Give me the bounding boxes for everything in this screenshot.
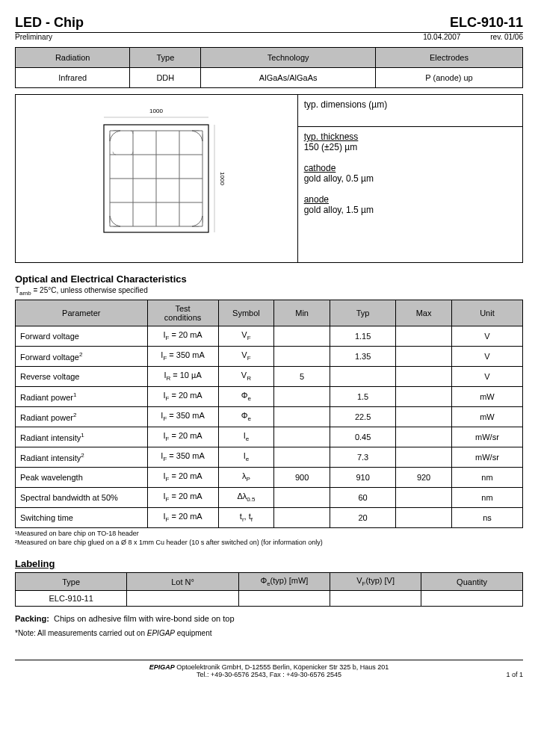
info-header: Technology [201, 48, 376, 68]
min-cell [274, 387, 330, 407]
unit-cell: V [451, 326, 522, 347]
max-cell [396, 427, 452, 447]
doc-title: LED - Chip [15, 15, 84, 31]
measurement-note: *Note: All measurements carried out on E… [15, 629, 523, 637]
min-cell: 900 [274, 468, 330, 488]
doc-rev: rev. 01/06 [490, 33, 523, 41]
cond-cell: IF = 350 mA [147, 447, 218, 468]
labeling-header: Lot N° [127, 573, 238, 591]
param-cell: Spectral bandwidth at 50% [16, 488, 148, 508]
min-cell [274, 508, 330, 528]
labeling-value [127, 591, 238, 607]
table-row: Radiant intensity1IF = 20 mAIe0.45mW/sr [16, 427, 523, 447]
cond-cell: IF = 20 mA [147, 387, 218, 407]
sym-cell: VR [218, 367, 274, 387]
min-cell [274, 447, 330, 468]
info-table: Radiation Type Technology Electrodes Inf… [15, 47, 523, 88]
characteristics-title: Optical and Electrical Characteristics [15, 273, 523, 285]
labeling-header: Quantity [421, 573, 523, 591]
char-header: Typ [330, 300, 395, 326]
characteristics-condition: Tamb = 25°C, unless otherwise specified [15, 286, 523, 297]
char-header: Symbol [218, 300, 274, 326]
min-cell [274, 407, 330, 427]
sym-cell: Φe [218, 387, 274, 407]
labeling-header: VF(typ) [V] [330, 573, 421, 591]
max-cell [396, 347, 452, 367]
thickness-label: typ. thickness [304, 131, 516, 142]
labeling-value [330, 591, 421, 607]
sym-cell: λP [218, 468, 274, 488]
param-cell: Forward voltage [16, 326, 148, 347]
typ-cell [330, 367, 395, 387]
min-cell [274, 488, 330, 508]
param-cell: Radiant intensity1 [16, 427, 148, 447]
min-cell: 5 [274, 367, 330, 387]
unit-cell: V [451, 347, 522, 367]
footnote-2: ²Measured on bare chip glued on a Ø 8 x … [15, 539, 523, 546]
max-cell [396, 387, 452, 407]
sym-cell: VF [218, 326, 274, 347]
sym-cell: Φe [218, 407, 274, 427]
max-cell: 920 [396, 468, 452, 488]
info-value: P (anode) up [376, 68, 523, 88]
info-header: Radiation [16, 48, 130, 68]
cond-cell: IF = 20 mA [147, 468, 218, 488]
min-cell [274, 347, 330, 367]
chip-diagram-svg: 1000 1000 [74, 104, 238, 253]
page-header: LED - Chip ELC-910-11 [15, 15, 523, 33]
unit-cell: mW [451, 407, 522, 427]
info-header: Electrodes [376, 48, 523, 68]
param-cell: Forward voltage2 [16, 347, 148, 367]
labeling-header: Type [16, 573, 127, 591]
labeling-header: Φe(typ) [mW] [238, 573, 330, 591]
param-cell: Radiant intensity2 [16, 447, 148, 468]
typ-cell: 1.5 [330, 387, 395, 407]
info-header: Type [130, 48, 201, 68]
typ-cell: 60 [330, 488, 395, 508]
cathode-value: gold alloy, 0.5 µm [304, 173, 516, 184]
cond-cell: IR = 10 µA [147, 367, 218, 387]
char-header: Unit [451, 300, 522, 326]
typ-cell: 7.3 [330, 447, 395, 468]
unit-cell: mW/sr [451, 427, 522, 447]
table-row: Switching timeIF = 20 mAtr, tf20ns [16, 508, 523, 528]
characteristics-table: Parameter Testconditions Symbol Min Typ … [15, 300, 523, 528]
cathode-label: cathode [304, 163, 516, 173]
char-header: Max [396, 300, 452, 326]
cond-cell: IF = 20 mA [147, 326, 218, 347]
info-value: Infrared [16, 68, 130, 88]
anode-label: anode [304, 194, 516, 205]
max-cell [396, 367, 452, 387]
char-header: Testconditions [147, 300, 218, 326]
sym-cell: Δλ0.5 [218, 488, 274, 508]
dim-title: typ. dimensions (µm) [298, 95, 522, 127]
unit-cell: ns [451, 508, 522, 528]
info-value: DDH [130, 68, 201, 88]
typ-cell: 20 [330, 508, 395, 528]
footnote-1: ¹Measured on bare chip on TO-18 header [15, 530, 523, 537]
table-row: Radiant power2IF = 350 mAΦe22.5mW [16, 407, 523, 427]
max-cell [396, 407, 452, 427]
part-number: ELC-910-11 [450, 15, 523, 31]
cond-cell: IF = 20 mA [147, 488, 218, 508]
param-cell: Radiant power1 [16, 387, 148, 407]
typ-cell: 1.35 [330, 347, 395, 367]
unit-cell: nm [451, 468, 522, 488]
unit-cell: mW [451, 387, 522, 407]
table-row: Radiant power1IF = 20 mAΦe1.5mW [16, 387, 523, 407]
doc-date: 10.04.2007 [423, 33, 460, 41]
chip-diagram: 1000 1000 [16, 95, 298, 262]
table-row: Radiant intensity2IF = 350 mAIe7.3mW/sr [16, 447, 523, 468]
info-value: AlGaAs/AlGaAs [201, 68, 376, 88]
dimensions-panel: 1000 1000 typ. dimension [15, 94, 523, 263]
typ-cell: 22.5 [330, 407, 395, 427]
labeling-value: ELC-910-11 [16, 591, 127, 607]
page-number: 1 of 1 [506, 671, 523, 678]
char-header: Min [274, 300, 330, 326]
dim-side-label: 1000 [219, 172, 226, 185]
cond-cell: IF = 350 mA [147, 347, 218, 367]
max-cell [396, 326, 452, 347]
typ-cell: 910 [330, 468, 395, 488]
table-row: Forward voltage2IF = 350 mAVF1.35V [16, 347, 523, 367]
min-cell [274, 427, 330, 447]
